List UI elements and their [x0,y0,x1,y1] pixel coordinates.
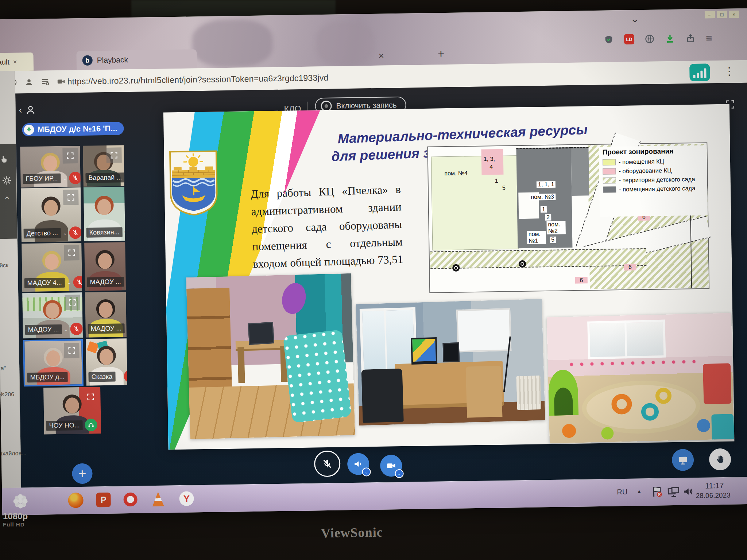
traffic-cone-icon[interactable] [149,490,167,508]
opera-icon[interactable] [121,491,139,509]
legend-label: - помещения КЦ [619,158,664,165]
tile-fullscreen-icon[interactable] [63,190,79,205]
powerpoint-icon[interactable]: P [94,491,112,509]
chevron-down-icon[interactable]: ⌄ [117,374,121,379]
chevron-up-icon: ⌃ [3,195,11,205]
background-tab-label: ault [0,58,9,66]
participant-tile[interactable]: ЧОУ НО... [43,387,101,434]
monitor-brand: ViewSonic [321,525,383,541]
room-2-label: пом. №2 [546,221,566,234]
participant-tile-speaking[interactable]: МБДОУ д... [23,339,84,386]
legend-swatch-kc-rooms [603,159,616,166]
participant-tile[interactable]: Детство ...⌄ [21,187,81,242]
globe-icon[interactable] [645,34,655,44]
tray-chevron-icon[interactable]: ▲ [636,488,642,494]
participant-name: ЧОУ НО... [46,420,82,430]
kebab-menu-icon[interactable]: ⋮ [724,65,735,77]
mark: 1 [541,206,547,213]
floor-plan: пом. №4 1, 3, 4 1 5 1, 1, 1 пом. №3 1 2 … [427,142,709,293]
audio-options-chevron[interactable]: ⌄ [362,467,371,476]
identity-person-icon[interactable] [24,77,34,87]
bigbluebutton-logo-icon: b [82,55,93,65]
bottom-territory-band [430,248,647,269]
url-input[interactable]: https://veb.iro23.ru/html5client/join?se… [67,73,328,87]
chevron-down-icon[interactable]: ⌄ [64,326,68,332]
audio-button[interactable]: ⌄ [347,453,369,475]
close-tab-icon[interactable]: × [378,50,384,62]
participant-name: Ковязин... [86,227,123,237]
screenshare-button[interactable] [672,449,694,471]
participant-tile[interactable]: МАДОУ ... [84,242,126,291]
tile-fullscreen-icon[interactable] [64,245,80,261]
participant-tile[interactable]: Варапай ... [83,145,124,187]
participant-tile[interactable]: Ковязин... [84,187,125,241]
cursor-hand-icon [0,154,9,164]
volume-icon[interactable] [682,485,694,498]
chevron-down-icon[interactable]: ⌄ [63,230,67,236]
participant-tile[interactable]: МАДОУ ...⌄ [22,292,83,338]
extension-ld-icon[interactable]: LD [624,34,634,44]
coat-of-arms [168,149,219,217]
quilted-play-chair [283,330,352,423]
actions-plus-button[interactable]: + [72,463,93,484]
chevron-down-icon[interactable]: ⌄ [67,280,71,285]
desktop-icon-label: №206 [0,391,14,398]
participant-tile[interactable]: МАДОУ ... [85,292,127,338]
tile-fullscreen-icon[interactable] [62,148,78,164]
signal-meter-icon[interactable] [689,63,710,81]
participant-tile[interactable]: МАДОУ 4...⌄ [22,243,82,292]
maximize-button[interactable]: □ [717,11,727,18]
mic-on-icon [24,125,34,135]
listen-only-headset-icon [85,419,97,431]
tab-playback[interactable]: b Playback [76,49,197,70]
tile-fullscreen-icon[interactable] [65,295,80,310]
mark: 2 [545,214,551,221]
mute-button[interactable] [314,450,341,477]
firefox-icon[interactable] [67,491,85,509]
download-arrow-icon[interactable] [665,34,675,44]
tile-fullscreen-icon[interactable] [83,389,98,405]
room-3-label: пом. №3 [529,194,556,201]
participant-name: Сказка [88,372,115,382]
minimize-button[interactable]: – [705,11,715,18]
camera-permission-icon[interactable] [56,77,66,86]
chevron-down-icon[interactable]: ⌄ [630,12,640,25]
tile-fullscreen-icon[interactable] [64,343,80,358]
raise-hand-button[interactable] [709,448,731,471]
participant-name: МБДОУ д... [27,372,67,383]
camera-button[interactable]: ⌄ [380,455,402,477]
muted-mic-icon [69,226,81,239]
action-center-flag-icon[interactable] [650,485,664,498]
share-icon[interactable] [685,33,696,43]
chevron-down-icon[interactable]: ⌄ [63,175,67,181]
photo-playroom-corner [186,273,355,439]
network-display-icon[interactable] [667,486,680,498]
clock[interactable]: 11:17 [705,481,724,490]
active-speaker-badge[interactable]: МБДОУ д/с №16 'П... [22,122,124,136]
participant-tile[interactable]: Сказка⌄ [86,338,127,386]
background-tab[interactable]: ault × [0,52,34,71]
legend-label: - оборудование КЦ [619,167,671,174]
muted-mic-icon [73,276,82,289]
plus-glyph: + [78,466,86,481]
tile-fullscreen-icon[interactable] [106,147,122,163]
participant-tile[interactable]: ГБОУ ИР...⌄ [20,146,81,187]
mark: 1, 3, [484,156,495,162]
shield-icon[interactable] [604,34,614,44]
hamburger-menu-icon[interactable]: ≡ [706,33,712,43]
monitor-photo: –□× ⌄ LD ≡ ault × b Playback × + [0,0,747,560]
camera-options-chevron[interactable]: ⌄ [395,469,403,478]
close-window-button[interactable]: × [729,11,739,18]
monitor [411,337,437,365]
yandex-browser-icon[interactable]: Y [178,490,196,508]
reader-shield-icon[interactable] [40,77,50,86]
new-tab-button[interactable]: + [437,47,444,61]
date[interactable]: 28.06.2023 [696,491,730,500]
pinned-app-flower-icon[interactable] [11,492,29,510]
ball-pit [711,414,734,440]
participants-toggle[interactable]: ‹ [19,104,36,116]
language-indicator[interactable]: RU [617,488,627,496]
photo-sensory-room [547,313,734,443]
screen: –□× ⌄ LD ≡ ault × b Playback × + [0,8,747,515]
close-tab-icon[interactable]: × [13,58,17,66]
